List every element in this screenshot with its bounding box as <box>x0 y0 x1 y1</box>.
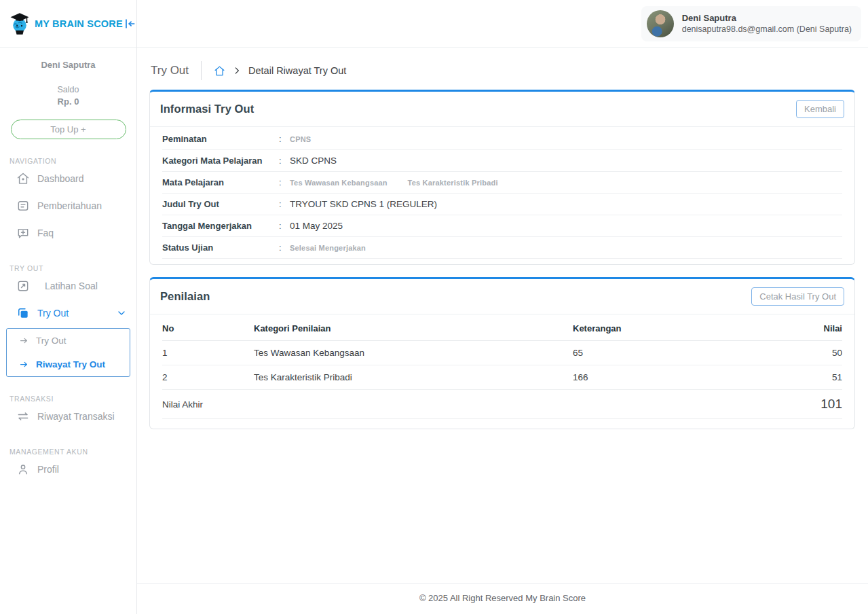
field-label: Mata Pelajaran <box>162 177 279 187</box>
field-value: 01 May 2025 <box>290 221 842 231</box>
sidebar-item-label: Pemberitahuan <box>37 200 102 211</box>
table-row: 2 Tes Karakteristik Pribadi 166 51 <box>162 365 842 390</box>
field-status: Status Ujian : Selesai Mengerjakan <box>162 237 842 259</box>
sidebar-header: MY BRAIN SCORE <box>0 0 136 48</box>
info-card-title: Informasi Try Out <box>160 103 254 115</box>
submenu-item-tryout[interactable]: Try Out <box>7 329 130 353</box>
user-name: Deni Saputra <box>682 13 852 23</box>
field-label: Judul Try Out <box>162 199 279 209</box>
sidebar-item-pemberitahuan[interactable]: Pemberitahuan <box>0 192 136 219</box>
sidebar: MY BRAIN SCORE Deni Saputra Saldo Rp. 0 … <box>0 0 137 614</box>
sidebar-item-riwayat-transaksi[interactable]: Riwayat Transaksi <box>0 403 136 430</box>
field-label: Status Ujian <box>162 242 279 253</box>
field-label: Kategori Mata Pelajaran <box>162 156 279 166</box>
breadcrumb-current: Detail Riwayat Try Out <box>248 65 346 76</box>
field-colon: : <box>279 156 290 166</box>
arrow-right-icon <box>19 359 29 369</box>
user-email: denisaputra98.ds@gmail.com (Deni Saputra… <box>682 24 852 34</box>
field-value: TRYOUT SKD CPNS 1 (REGULER) <box>290 199 842 209</box>
info-card-header: Informasi Try Out Kembali <box>150 92 854 127</box>
field-colon: : <box>279 199 290 209</box>
content: Try Out Detail Riwayat Try Out Informasi… <box>137 48 868 583</box>
avatar <box>647 10 674 37</box>
saldo-label: Saldo <box>0 85 136 94</box>
col-keterangan: Keterangan <box>573 316 754 341</box>
chevron-right-icon <box>232 66 242 75</box>
faq-chat-plus-icon <box>16 226 30 240</box>
penilaian-card: Penilaian Cetak Hasil Try Out No Kategor… <box>149 277 855 429</box>
cell-nilai: 50 <box>754 341 842 365</box>
transfer-arrows-icon <box>16 410 30 423</box>
field-mata-pelajaran: Mata Pelajaran : Tes Wawasan Kebangsaan … <box>162 172 842 194</box>
brand-name: MY BRAIN SCORE <box>35 18 123 29</box>
notice-icon <box>16 199 30 213</box>
score-table: No Kategori Penilaian Keterangan Nilai 1… <box>162 316 842 419</box>
field-colon: : <box>279 134 290 144</box>
kembali-button[interactable]: Kembali <box>796 100 844 118</box>
sidebar-user-name: Deni Saputra <box>0 60 136 70</box>
sidebar-body: Deni Saputra Saldo Rp. 0 Top Up + NAVIGA… <box>0 48 136 483</box>
col-nilai: Nilai <box>754 316 842 341</box>
main-area: Deni Saputra denisaputra98.ds@gmail.com … <box>137 0 868 614</box>
page-footer: © 2025 All Right Reserved My Brain Score <box>137 583 868 614</box>
arrow-right-icon <box>19 336 29 346</box>
cell-no: 1 <box>162 341 254 365</box>
person-icon <box>16 463 30 476</box>
sidebar-item-tryout-parent[interactable]: Try Out <box>0 300 136 327</box>
chevron-down-icon <box>116 308 127 319</box>
collapse-sidebar-icon[interactable] <box>123 17 136 31</box>
breadcrumb-divider <box>201 61 202 80</box>
cell-nilai: 51 <box>754 365 842 390</box>
cell-keterangan: 166 <box>573 365 754 390</box>
subject-badge: Tes Karakteristik Pribadi <box>408 179 498 187</box>
field-colon: : <box>279 242 290 253</box>
submenu-item-label: Riwayat Try Out <box>36 359 105 369</box>
section-tryout: TRY OUT <box>0 264 136 272</box>
topup-button[interactable]: Top Up + <box>11 120 126 139</box>
submenu-item-label: Try Out <box>36 336 67 346</box>
cell-kategori: Tes Karakteristik Pribadi <box>254 365 573 390</box>
score-table-wrap: No Kategori Penilaian Keterangan Nilai 1… <box>150 314 854 429</box>
penilaian-card-header: Penilaian Cetak Hasil Try Out <box>150 279 854 314</box>
sidebar-item-latihan-soal[interactable]: Latihan Soal <box>0 272 136 300</box>
user-info: Deni Saputra denisaputra98.ds@gmail.com … <box>682 13 852 34</box>
home-icon <box>16 172 30 185</box>
sidebar-item-dashboard[interactable]: Dashboard <box>0 165 136 192</box>
section-transaksi: TRANSAKSI <box>0 395 136 403</box>
cell-keterangan: 65 <box>573 341 754 365</box>
penilaian-card-title: Penilaian <box>160 290 210 303</box>
practice-edit-icon <box>16 279 30 293</box>
nilai-akhir-label: Nilai Akhir <box>162 390 754 419</box>
brain-mascot-icon <box>10 12 30 36</box>
info-fields: Peminatan : CPNS Kategori Mata Pelajaran… <box>150 127 854 264</box>
submenu-item-riwayat-tryout[interactable]: Riwayat Try Out <box>7 353 130 376</box>
page-title: Try Out <box>151 64 189 77</box>
status-badge: Selesai Mengerjakan <box>290 244 366 252</box>
breadcrumb-home-icon[interactable] <box>214 65 225 77</box>
sidebar-item-profil[interactable]: Profil <box>0 456 136 483</box>
user-menu[interactable]: Deni Saputra denisaputra98.ds@gmail.com … <box>641 6 861 41</box>
table-row: 1 Tes Wawasan Kebangsaan 65 50 <box>162 341 842 365</box>
col-no: No <box>162 316 254 341</box>
field-peminatan: Peminatan : CPNS <box>162 128 842 150</box>
sidebar-item-label: Faq <box>37 228 54 238</box>
subject-badge: Tes Wawasan Kebangsaan <box>290 179 388 187</box>
nilai-akhir-value: 101 <box>754 390 842 419</box>
section-management-akun: MANAGEMENT AKUN <box>0 448 136 456</box>
cell-kategori: Tes Wawasan Kebangsaan <box>254 341 573 365</box>
sidebar-item-label: Latihan Soal <box>45 281 98 291</box>
field-label: Peminatan <box>162 134 279 144</box>
sidebar-item-faq[interactable]: Faq <box>0 219 136 247</box>
cetak-hasil-button[interactable]: Cetak Hasil Try Out <box>751 287 844 306</box>
col-kategori: Kategori Penilaian <box>254 316 573 341</box>
sidebar-item-label: Riwayat Transaksi <box>37 411 115 422</box>
topbar: Deni Saputra denisaputra98.ds@gmail.com … <box>137 0 868 48</box>
peminatan-badge: CPNS <box>290 135 311 143</box>
field-tanggal: Tanggal Mengerjakan : 01 May 2025 <box>162 215 842 237</box>
field-kategori: Kategori Mata Pelajaran : SKD CPNS <box>162 150 842 172</box>
app-root: MY BRAIN SCORE Deni Saputra Saldo Rp. 0 … <box>0 0 868 614</box>
field-colon: : <box>279 177 290 187</box>
cell-no: 2 <box>162 365 254 390</box>
brand-logo[interactable]: MY BRAIN SCORE <box>10 12 123 36</box>
sidebar-item-label: Dashboard <box>37 173 84 184</box>
